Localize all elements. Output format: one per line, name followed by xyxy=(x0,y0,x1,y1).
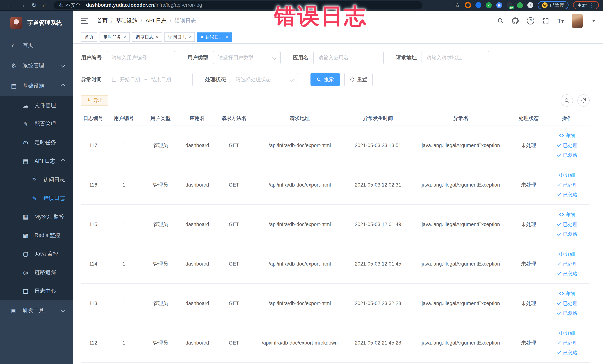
sidebar-item-infra[interactable]: ▤基础设施 xyxy=(0,76,73,96)
extension-blue-gem-icon[interactable] xyxy=(475,2,481,8)
github-icon[interactable] xyxy=(512,17,519,24)
extension-leaf-icon[interactable] xyxy=(517,2,523,8)
sidebar-item-redis-monitor[interactable]: ▩Redis 监控 xyxy=(0,226,73,245)
browser-back-icon[interactable]: ← xyxy=(7,0,13,10)
sidebar-item-java-monitor[interactable]: ▢Java 监控 xyxy=(0,245,73,263)
action-已忽略[interactable]: 已忽略 xyxy=(557,270,577,277)
cell-status: 未处理 xyxy=(513,142,545,149)
avatar-caret-icon[interactable] xyxy=(592,20,596,22)
action-详细[interactable]: 详细 xyxy=(559,290,575,297)
action-已忽略[interactable]: 已忽略 xyxy=(557,310,577,317)
font-size-icon[interactable]: TT xyxy=(557,18,564,24)
action-已忽略[interactable]: 已忽略 xyxy=(557,350,577,356)
sidebar-item-access-log[interactable]: ✎访问日志 xyxy=(0,170,73,189)
cell-actions: 详细已处理已忽略 xyxy=(545,251,590,277)
tab-close-icon[interactable]: × xyxy=(188,35,191,39)
sidebar-item-api-log[interactable]: ▤API 日志 xyxy=(0,152,73,170)
action-已处理[interactable]: 已处理 xyxy=(557,300,577,307)
tab-close-icon[interactable]: × xyxy=(123,35,126,39)
sidebar-item-label: Redis 监控 xyxy=(35,232,60,239)
start-date-placeholder[interactable]: 开始日期 xyxy=(120,76,140,83)
export-button[interactable]: 导出 xyxy=(81,95,108,106)
tab-错误日志[interactable]: 错误日志× xyxy=(197,33,232,42)
extension-switch-icon[interactable]: on xyxy=(507,2,512,8)
sidebar-item-file-manage[interactable]: ☁文件管理 xyxy=(0,96,73,115)
request-url-input[interactable] xyxy=(426,55,484,61)
hamburger-icon[interactable] xyxy=(81,18,88,24)
request-url-input-wrap xyxy=(421,51,489,64)
action-label: 已忽略 xyxy=(563,192,577,198)
action-已处理[interactable]: 已处理 xyxy=(557,221,577,228)
process-status-select[interactable] xyxy=(231,73,298,86)
sidebar-item-dev-tools[interactable]: ▣研发工具 xyxy=(0,300,73,321)
tab-close-icon[interactable]: × xyxy=(156,35,159,39)
cell-app: dashboard xyxy=(179,340,216,346)
bookmark-star-icon[interactable]: ☆ xyxy=(455,1,460,9)
date-range-picker[interactable]: 开始日期 ~ 结束日期 xyxy=(107,73,193,86)
sidebar-logo[interactable]: 芋道管理系统 xyxy=(0,11,73,35)
column-header: 异常发生时间 xyxy=(347,115,409,122)
app-name-input[interactable] xyxy=(318,55,379,61)
refresh-button[interactable] xyxy=(577,94,590,107)
browser-reload-icon[interactable]: ↻ xyxy=(32,0,37,10)
help-icon[interactable]: ? xyxy=(527,17,534,24)
breadcrumb-item[interactable]: 首页 xyxy=(97,17,108,24)
toggle-search-button[interactable] xyxy=(561,94,573,107)
extension-green-check-icon[interactable]: ✓ xyxy=(486,2,492,8)
action-详细[interactable]: 详细 xyxy=(559,330,575,336)
cell-id: 116 xyxy=(81,182,105,188)
action-详细[interactable]: 详细 xyxy=(559,132,575,139)
user-avatar[interactable] xyxy=(572,14,583,28)
sidebar-item-label: API 日志 xyxy=(35,157,55,165)
action-已处理[interactable]: 已处理 xyxy=(557,182,577,188)
tab-close-icon[interactable]: × xyxy=(226,35,228,39)
sidebar-item-trace[interactable]: ◎链路追踪 xyxy=(0,263,73,282)
sidebar-item-home[interactable]: ⌂首页 xyxy=(0,35,73,55)
tab-调度日志[interactable]: 调度日志× xyxy=(132,33,162,42)
sidebar-item-error-log[interactable]: ✎错误日志 xyxy=(0,189,73,208)
action-已忽略[interactable]: 已忽略 xyxy=(557,192,577,198)
action-已处理[interactable]: 已处理 xyxy=(557,142,577,149)
action-label: 已处理 xyxy=(563,261,577,267)
action-详细[interactable]: 详细 xyxy=(559,251,575,257)
action-label: 详细 xyxy=(565,330,575,336)
logo-avatar xyxy=(10,17,22,29)
check-icon xyxy=(557,271,561,276)
sidebar-item-log-center[interactable]: ▤日志中心 xyxy=(0,282,73,300)
browser-menu-icon[interactable]: ⋮ xyxy=(589,2,595,8)
sidebar-item-system-manage[interactable]: ⚙系统管理 xyxy=(0,55,73,76)
user-type-input[interactable] xyxy=(218,55,271,61)
action-label: 已处理 xyxy=(563,221,577,228)
action-详细[interactable]: 详细 xyxy=(559,172,575,178)
extensions-puzzle-icon[interactable]: ✚ xyxy=(527,2,533,8)
sidebar-item-mysql-monitor[interactable]: ▦MySQL 监控 xyxy=(0,208,73,226)
breadcrumb-item[interactable]: API 日志 xyxy=(146,17,166,24)
extension-orange-ring-icon[interactable] xyxy=(465,2,471,8)
paused-badge[interactable]: 已暂停 xyxy=(538,1,568,9)
action-已忽略[interactable]: 已忽略 xyxy=(557,231,577,237)
search-button[interactable]: 搜索 xyxy=(311,73,340,86)
search-icon[interactable] xyxy=(497,17,504,24)
reset-button[interactable]: 重置 xyxy=(344,73,373,86)
tab-定时任务[interactable]: 定时任务× xyxy=(100,33,130,42)
process-status-input[interactable] xyxy=(235,77,289,83)
tab-访问日志[interactable]: 访问日志× xyxy=(164,33,195,42)
browser-forward-icon[interactable]: → xyxy=(19,0,26,10)
app-name-input-wrap xyxy=(313,51,384,64)
action-已忽略[interactable]: 已忽略 xyxy=(557,152,577,159)
end-date-placeholder[interactable]: 结束日期 xyxy=(151,76,171,83)
fullscreen-icon[interactable] xyxy=(542,17,549,24)
on-badge: on xyxy=(509,6,514,9)
user-type-select[interactable] xyxy=(213,51,281,64)
action-已处理[interactable]: 已处理 xyxy=(557,340,577,346)
user-id-input[interactable] xyxy=(111,55,170,61)
action-已处理[interactable]: 已处理 xyxy=(557,261,577,267)
tab-首页[interactable]: 首页 xyxy=(81,33,97,42)
sidebar-item-scheduled-job[interactable]: ◷定时任务 xyxy=(0,133,73,152)
update-button[interactable]: 更新 ⋮ xyxy=(573,1,599,9)
extension-grid-icon[interactable]: ▦ xyxy=(496,2,502,8)
browser-home-icon[interactable]: ⌂ xyxy=(43,0,47,10)
action-详细[interactable]: 详细 xyxy=(559,211,575,218)
sidebar-item-config-manage[interactable]: ✎配置管理 xyxy=(0,115,73,133)
breadcrumb-item[interactable]: 基础设施 xyxy=(116,17,137,24)
